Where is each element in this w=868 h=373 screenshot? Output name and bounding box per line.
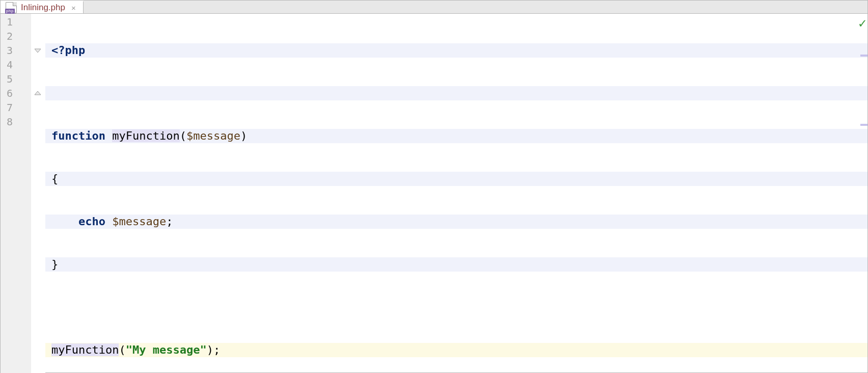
- close-tab-icon[interactable]: ×: [71, 4, 76, 12]
- line-number-gutter: 1 2 3 4 5 6 7 8: [1, 14, 31, 373]
- line-number: 1: [1, 15, 31, 29]
- code-line[interactable]: {: [45, 172, 867, 186]
- line-number: 3: [1, 43, 31, 58]
- tab-bar: php Inlining.php ×: [1, 1, 867, 14]
- code-editor[interactable]: 1 2 3 4 5 6 7 8: [1, 14, 867, 373]
- fold-end-icon[interactable]: [34, 90, 41, 97]
- code-line[interactable]: <?php: [45, 43, 867, 58]
- code-area[interactable]: <?php function myFunction($message) { ec…: [45, 14, 867, 373]
- tab-inlining-php[interactable]: php Inlining.php ×: [1, 1, 84, 13]
- code-line[interactable]: [45, 86, 867, 100]
- code-line[interactable]: }: [45, 257, 867, 272]
- fold-column: [31, 14, 45, 373]
- line-number: 4: [1, 58, 31, 72]
- inspection-ok-icon[interactable]: ✓: [858, 16, 866, 30]
- code-line[interactable]: function myFunction($message): [45, 129, 867, 143]
- php-file-icon: php: [6, 2, 17, 13]
- line-number: 2: [1, 29, 31, 43]
- marker[interactable]: [860, 124, 867, 126]
- tab-filename: Inlining.php: [21, 3, 65, 13]
- line-number: 6: [1, 86, 31, 100]
- marker-strip: ✓: [858, 14, 867, 373]
- code-line-current[interactable]: myFunction("My message");: [45, 343, 867, 357]
- code-line[interactable]: echo $message;: [45, 215, 867, 229]
- marker[interactable]: [860, 55, 867, 57]
- line-number: 7: [1, 100, 31, 115]
- line-number: 8: [1, 115, 31, 129]
- editor-window: php Inlining.php × 1 2 3 4 5 6 7 8: [0, 0, 868, 373]
- fold-collapse-icon[interactable]: [34, 47, 41, 54]
- code-line[interactable]: [45, 300, 867, 314]
- line-number: 5: [1, 72, 31, 86]
